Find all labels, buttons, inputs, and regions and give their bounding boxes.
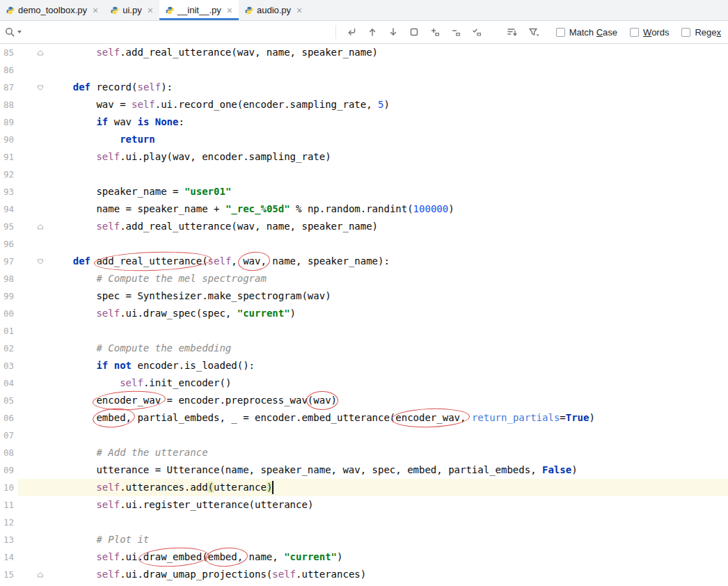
line-number[interactable]: 04 (0, 374, 18, 392)
code-line[interactable]: 13 # Plot it (0, 531, 728, 548)
find-option-match-case[interactable]: Match Case (556, 27, 617, 38)
gutter-cell[interactable] (18, 166, 49, 183)
code-text[interactable] (49, 514, 728, 531)
search-history-caret-icon[interactable] (17, 30, 22, 34)
code-text[interactable]: def record(self): (49, 79, 728, 96)
code-text[interactable] (49, 235, 728, 253)
tab-audio-py[interactable]: audio.py× (239, 0, 308, 20)
line-number[interactable]: 14 (0, 548, 18, 566)
line-number[interactable]: 11 (0, 496, 18, 514)
line-body[interactable]: utterance = Utterance(name, speaker_name… (18, 461, 728, 479)
line-number[interactable]: 87 (0, 79, 18, 96)
code-text[interactable] (49, 166, 728, 183)
code-line[interactable]: 07 (0, 427, 728, 444)
code-line[interactable]: 03 if not encoder.is_loaded(): (0, 357, 728, 374)
line-body[interactable]: # Compute the embedding (18, 340, 728, 357)
code-text[interactable]: if not encoder.is_loaded(): (49, 357, 728, 374)
gutter-cell[interactable] (18, 44, 49, 61)
gutter-cell[interactable] (18, 96, 49, 113)
next-occurrence-icon[interactable] (388, 26, 399, 38)
line-number[interactable]: 99 (0, 287, 18, 305)
code-text[interactable]: self.add_real_utterance(wav, name, speak… (49, 218, 728, 235)
code-line[interactable]: 10 self.utterances.add(utterance) (0, 479, 728, 496)
tab-__init__-py[interactable]: __init__.py× (159, 0, 239, 20)
fold-end-icon[interactable] (37, 223, 44, 230)
line-body[interactable] (18, 514, 728, 531)
line-number[interactable]: 98 (0, 270, 18, 287)
gutter-cell[interactable] (18, 461, 49, 479)
code-text[interactable]: return (49, 131, 728, 148)
code-line[interactable]: 89 if wav is None: (0, 113, 728, 131)
find-in-selection-icon[interactable] (409, 26, 420, 38)
code-text[interactable]: speaker_name = "user01" (49, 183, 728, 200)
code-text[interactable] (49, 322, 728, 340)
code-text[interactable] (49, 61, 728, 79)
code-text[interactable]: # Compute the mel spectrogram (49, 270, 728, 287)
line-body[interactable]: self.ui.register_utterance(utterance) (18, 496, 728, 514)
line-number[interactable]: 93 (0, 183, 18, 200)
code-text[interactable]: # Add the utterance (49, 444, 728, 461)
code-editor[interactable]: 85 self.add_real_utterance(wav, name, sp… (0, 44, 728, 586)
code-text[interactable] (49, 427, 728, 444)
line-number[interactable]: 06 (0, 409, 18, 427)
line-number[interactable]: 05 (0, 392, 18, 409)
checkbox-icon[interactable] (556, 28, 565, 37)
code-line[interactable]: 92 (0, 166, 728, 183)
gutter-cell[interactable] (18, 322, 49, 340)
search-input[interactable] (26, 23, 329, 41)
gutter-cell[interactable] (18, 270, 49, 287)
gutter-cell[interactable] (18, 444, 49, 461)
line-body[interactable]: speaker_name = "user01" (18, 183, 728, 200)
line-body[interactable]: self.ui.draw_embed(embed, name, "current… (18, 548, 728, 566)
line-body[interactable]: embed, partial_embeds, _ = encoder.embed… (18, 409, 728, 427)
code-line[interactable]: 91 self.ui.play(wav, encoder.sampling_ra… (0, 148, 728, 166)
line-number[interactable]: 95 (0, 218, 18, 235)
code-text[interactable]: # Compute the embedding (49, 340, 728, 357)
code-text[interactable]: embed, partial_embeds, _ = encoder.embed… (49, 409, 728, 427)
gutter-cell[interactable] (18, 514, 49, 531)
line-body[interactable] (18, 166, 728, 183)
gutter-cell[interactable] (18, 253, 49, 270)
code-text[interactable]: self.ui.draw_spec(spec, "current") (49, 305, 728, 322)
gutter-cell[interactable] (18, 548, 49, 566)
code-line[interactable]: 12 (0, 514, 728, 531)
line-number[interactable]: 10 (0, 479, 18, 496)
add-occurrence-icon[interactable] (429, 26, 441, 38)
line-number[interactable]: 15 (0, 566, 18, 583)
code-line[interactable]: 95 self.add_real_utterance(wav, name, sp… (0, 218, 728, 235)
line-body[interactable] (18, 235, 728, 253)
code-line[interactable]: 14 self.ui.draw_embed(embed, name, "curr… (0, 548, 728, 566)
code-text[interactable]: self.utterances.add(utterance) (49, 479, 728, 496)
tab-close-icon[interactable]: × (227, 6, 232, 15)
tab-close-icon[interactable]: × (296, 6, 302, 15)
find-option-words[interactable]: Words (630, 27, 669, 38)
code-text[interactable]: wav = self.ui.record_one(encoder.samplin… (49, 96, 728, 113)
code-line[interactable]: 02 # Compute the embedding (0, 340, 728, 357)
code-line[interactable]: 98 # Compute the mel spectrogram (0, 270, 728, 287)
gutter-cell[interactable] (18, 392, 49, 409)
code-line[interactable]: 04 self.init_encoder() (0, 374, 728, 392)
code-line[interactable]: 97 def add_real_utterance(self, wav, nam… (0, 253, 728, 270)
remove-occurrence-icon[interactable] (450, 26, 461, 38)
line-body[interactable]: return (18, 131, 728, 148)
line-number[interactable]: 09 (0, 461, 18, 479)
gutter-cell[interactable] (18, 566, 49, 583)
line-number[interactable]: 01 (0, 322, 18, 340)
gutter-cell[interactable] (18, 79, 49, 96)
gutter-cell[interactable] (18, 496, 49, 514)
gutter-cell[interactable] (18, 61, 49, 79)
line-body[interactable]: wav = self.ui.record_one(encoder.samplin… (18, 96, 728, 113)
line-body[interactable]: # Add the utterance (18, 444, 728, 461)
gutter-cell[interactable] (18, 113, 49, 131)
code-text[interactable]: self.ui.draw_embed(embed, name, "current… (49, 548, 728, 566)
code-line[interactable]: 93 speaker_name = "user01" (0, 183, 728, 200)
line-number[interactable]: 85 (0, 44, 18, 61)
checkbox-icon[interactable] (681, 28, 690, 37)
line-body[interactable]: if not encoder.is_loaded(): (18, 357, 728, 374)
line-number[interactable]: 03 (0, 357, 18, 374)
code-line[interactable]: 96 (0, 235, 728, 253)
line-body[interactable]: spec = Synthesizer.make_spectrogram(wav) (18, 287, 728, 305)
code-line[interactable]: 15 self.ui.draw_umap_projections(self.ut… (0, 566, 728, 583)
line-number[interactable]: 02 (0, 340, 18, 357)
select-all-occurrences-icon[interactable] (471, 26, 482, 38)
